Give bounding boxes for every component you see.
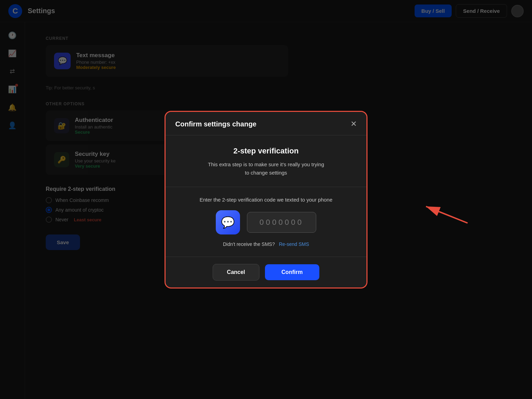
modal-footer: Cancel Confirm (166, 257, 366, 287)
resend-sms-link[interactable]: Re-send SMS (279, 241, 309, 247)
modal-input-row: 💬 (175, 210, 357, 234)
modal-instruction: Enter the 2-step verification code we te… (175, 197, 357, 203)
cancel-button[interactable]: Cancel (213, 264, 259, 281)
modal-header: Confirm settings change ✕ (166, 112, 366, 135)
confirm-button[interactable]: Confirm (265, 264, 319, 280)
modal-body-top: 2-step verification This extra step is t… (166, 135, 366, 187)
verification-code-input[interactable] (247, 212, 316, 233)
verification-title: 2-step verification (175, 147, 357, 156)
modal-body-mid: Enter the 2-step verification code we te… (166, 187, 366, 257)
confirm-modal: Confirm settings change ✕ 2-step verific… (166, 112, 366, 287)
resend-text: Didn't receive the SMS? (223, 241, 275, 247)
modal-close-button[interactable]: ✕ (351, 120, 357, 128)
resend-row: Didn't receive the SMS? Re-send SMS (175, 241, 357, 247)
modal-title: Confirm settings change (175, 120, 256, 128)
sms-icon: 💬 (216, 210, 240, 234)
verification-desc: This extra step is to make sure it's rea… (175, 160, 357, 177)
modal-overlay: Confirm settings change ✕ 2-step verific… (0, 0, 532, 399)
